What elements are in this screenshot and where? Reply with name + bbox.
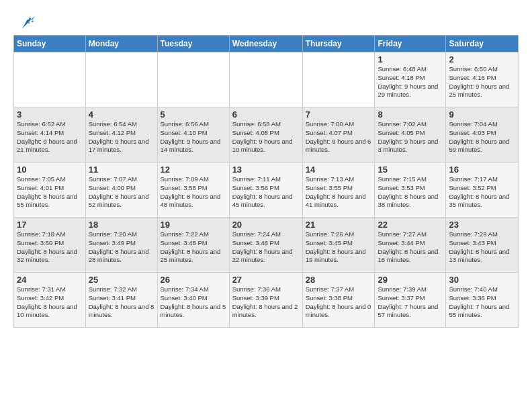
calendar-week-4: 17Sunrise: 7:18 AMSunset: 3:50 PMDayligh…	[14, 218, 519, 273]
logo	[13, 11, 35, 30]
day-number: 28	[306, 275, 372, 285]
day-info: Sunrise: 7:13 AMSunset: 3:55 PMDaylight:…	[306, 175, 372, 210]
calendar-cell: 1Sunrise: 6:48 AMSunset: 4:18 PMDaylight…	[375, 52, 446, 107]
calendar-cell: 8Sunrise: 7:02 AMSunset: 4:05 PMDaylight…	[375, 107, 446, 163]
day-info: Sunrise: 7:09 AMSunset: 3:58 PMDaylight:…	[161, 175, 226, 210]
calendar-header-row: SundayMondayTuesdayWednesdayThursdayFrid…	[14, 36, 519, 52]
calendar-cell	[302, 52, 375, 107]
calendar-cell: 13Sunrise: 7:11 AMSunset: 3:56 PMDayligh…	[229, 163, 302, 218]
header-day-saturday: Saturday	[446, 36, 519, 52]
day-number: 29	[378, 275, 443, 285]
day-info: Sunrise: 6:50 AMSunset: 4:16 PMDaylight:…	[449, 65, 515, 99]
logo-icon	[16, 11, 35, 30]
day-info: Sunrise: 6:54 AMSunset: 4:12 PMDaylight:…	[89, 120, 154, 154]
day-number: 14	[306, 165, 372, 175]
day-info: Sunrise: 7:40 AMSunset: 3:36 PMDaylight:…	[449, 285, 515, 320]
day-info: Sunrise: 7:36 AMSunset: 3:39 PMDaylight:…	[232, 285, 300, 320]
day-number: 18	[89, 220, 154, 230]
calendar-cell: 28Sunrise: 7:37 AMSunset: 3:38 PMDayligh…	[302, 273, 375, 328]
calendar-cell: 29Sunrise: 7:39 AMSunset: 3:37 PMDayligh…	[375, 273, 446, 328]
day-info: Sunrise: 6:58 AMSunset: 4:08 PMDaylight:…	[232, 120, 300, 154]
day-info: Sunrise: 7:07 AMSunset: 4:00 PMDaylight:…	[89, 175, 154, 210]
day-number: 19	[161, 220, 226, 230]
day-number: 26	[161, 275, 226, 285]
calendar-cell: 6Sunrise: 6:58 AMSunset: 4:08 PMDaylight…	[229, 107, 302, 163]
calendar-cell: 16Sunrise: 7:17 AMSunset: 3:52 PMDayligh…	[446, 163, 519, 218]
day-number: 20	[232, 220, 300, 230]
calendar-cell: 15Sunrise: 7:15 AMSunset: 3:53 PMDayligh…	[375, 163, 446, 218]
header	[13, 11, 519, 30]
day-number: 25	[89, 275, 154, 285]
day-info: Sunrise: 7:20 AMSunset: 3:49 PMDaylight:…	[89, 230, 154, 265]
day-number: 2	[449, 54, 515, 64]
day-number: 15	[378, 165, 443, 175]
day-info: Sunrise: 7:39 AMSunset: 3:37 PMDaylight:…	[378, 285, 443, 320]
day-number: 4	[89, 109, 154, 120]
day-info: Sunrise: 7:04 AMSunset: 4:03 PMDaylight:…	[449, 120, 515, 154]
day-info: Sunrise: 7:15 AMSunset: 3:53 PMDaylight:…	[378, 175, 443, 210]
calendar-cell: 21Sunrise: 7:26 AMSunset: 3:45 PMDayligh…	[302, 218, 375, 273]
day-number: 27	[232, 275, 300, 285]
calendar-week-2: 3Sunrise: 6:52 AMSunset: 4:14 PMDaylight…	[14, 107, 519, 163]
day-info: Sunrise: 7:37 AMSunset: 3:38 PMDaylight:…	[306, 285, 372, 320]
calendar-cell: 17Sunrise: 7:18 AMSunset: 3:50 PMDayligh…	[14, 218, 86, 273]
day-number: 12	[161, 165, 226, 175]
calendar-cell	[14, 52, 86, 107]
calendar-cell: 5Sunrise: 6:56 AMSunset: 4:10 PMDaylight…	[157, 107, 229, 163]
day-info: Sunrise: 7:17 AMSunset: 3:52 PMDaylight:…	[449, 175, 515, 210]
day-info: Sunrise: 6:56 AMSunset: 4:10 PMDaylight:…	[161, 120, 226, 154]
calendar-cell: 24Sunrise: 7:31 AMSunset: 3:42 PMDayligh…	[14, 273, 86, 328]
day-info: Sunrise: 7:26 AMSunset: 3:45 PMDaylight:…	[306, 230, 372, 265]
calendar-week-1: 1Sunrise: 6:48 AMSunset: 4:18 PMDaylight…	[14, 52, 519, 107]
day-info: Sunrise: 7:02 AMSunset: 4:05 PMDaylight:…	[378, 120, 443, 154]
calendar-table: SundayMondayTuesdayWednesdayThursdayFrid…	[13, 35, 519, 328]
day-number: 9	[449, 109, 515, 120]
day-info: Sunrise: 7:24 AMSunset: 3:46 PMDaylight:…	[232, 230, 300, 265]
day-info: Sunrise: 7:22 AMSunset: 3:48 PMDaylight:…	[161, 230, 226, 265]
day-info: Sunrise: 6:48 AMSunset: 4:18 PMDaylight:…	[378, 65, 443, 99]
calendar-cell: 20Sunrise: 7:24 AMSunset: 3:46 PMDayligh…	[229, 218, 302, 273]
header-day-friday: Friday	[375, 36, 446, 52]
day-info: Sunrise: 7:32 AMSunset: 3:41 PMDaylight:…	[89, 285, 154, 320]
day-number: 13	[232, 165, 300, 175]
calendar-cell: 23Sunrise: 7:29 AMSunset: 3:43 PMDayligh…	[446, 218, 519, 273]
day-info: Sunrise: 7:18 AMSunset: 3:50 PMDaylight:…	[17, 230, 83, 265]
day-number: 10	[17, 165, 83, 175]
day-number: 5	[161, 109, 226, 120]
calendar-cell: 11Sunrise: 7:07 AMSunset: 4:00 PMDayligh…	[85, 163, 157, 218]
svg-marker-1	[22, 18, 31, 28]
day-number: 22	[378, 220, 443, 230]
calendar-cell: 27Sunrise: 7:36 AMSunset: 3:39 PMDayligh…	[229, 273, 302, 328]
day-info: Sunrise: 7:34 AMSunset: 3:40 PMDaylight:…	[161, 285, 226, 320]
day-number: 24	[17, 275, 83, 285]
calendar-cell: 19Sunrise: 7:22 AMSunset: 3:48 PMDayligh…	[157, 218, 229, 273]
day-number: 30	[449, 275, 515, 285]
calendar-cell: 3Sunrise: 6:52 AMSunset: 4:14 PMDaylight…	[14, 107, 86, 163]
header-day-sunday: Sunday	[14, 36, 86, 52]
calendar-cell: 30Sunrise: 7:40 AMSunset: 3:36 PMDayligh…	[446, 273, 519, 328]
svg-marker-0	[22, 15, 35, 28]
day-info: Sunrise: 6:52 AMSunset: 4:14 PMDaylight:…	[17, 120, 83, 154]
day-number: 21	[306, 220, 372, 230]
day-number: 16	[449, 165, 515, 175]
calendar-cell: 10Sunrise: 7:05 AMSunset: 4:01 PMDayligh…	[14, 163, 86, 218]
day-info: Sunrise: 7:11 AMSunset: 3:56 PMDaylight:…	[232, 175, 300, 210]
day-number: 7	[306, 109, 372, 120]
calendar-cell: 14Sunrise: 7:13 AMSunset: 3:55 PMDayligh…	[302, 163, 375, 218]
day-number: 11	[89, 165, 154, 175]
calendar-cell	[157, 52, 229, 107]
day-info: Sunrise: 7:29 AMSunset: 3:43 PMDaylight:…	[449, 230, 515, 265]
calendar-cell: 25Sunrise: 7:32 AMSunset: 3:41 PMDayligh…	[85, 273, 157, 328]
calendar-cell: 26Sunrise: 7:34 AMSunset: 3:40 PMDayligh…	[157, 273, 229, 328]
calendar-cell: 7Sunrise: 7:00 AMSunset: 4:07 PMDaylight…	[302, 107, 375, 163]
day-number: 8	[378, 109, 443, 120]
calendar-week-5: 24Sunrise: 7:31 AMSunset: 3:42 PMDayligh…	[14, 273, 519, 328]
calendar-cell: 4Sunrise: 6:54 AMSunset: 4:12 PMDaylight…	[85, 107, 157, 163]
calendar-cell: 18Sunrise: 7:20 AMSunset: 3:49 PMDayligh…	[85, 218, 157, 273]
day-info: Sunrise: 7:00 AMSunset: 4:07 PMDaylight:…	[306, 120, 372, 154]
header-day-wednesday: Wednesday	[229, 36, 302, 52]
day-info: Sunrise: 7:31 AMSunset: 3:42 PMDaylight:…	[17, 285, 83, 320]
header-day-thursday: Thursday	[302, 36, 375, 52]
calendar-week-3: 10Sunrise: 7:05 AMSunset: 4:01 PMDayligh…	[14, 163, 519, 218]
day-info: Sunrise: 7:27 AMSunset: 3:44 PMDaylight:…	[378, 230, 443, 265]
